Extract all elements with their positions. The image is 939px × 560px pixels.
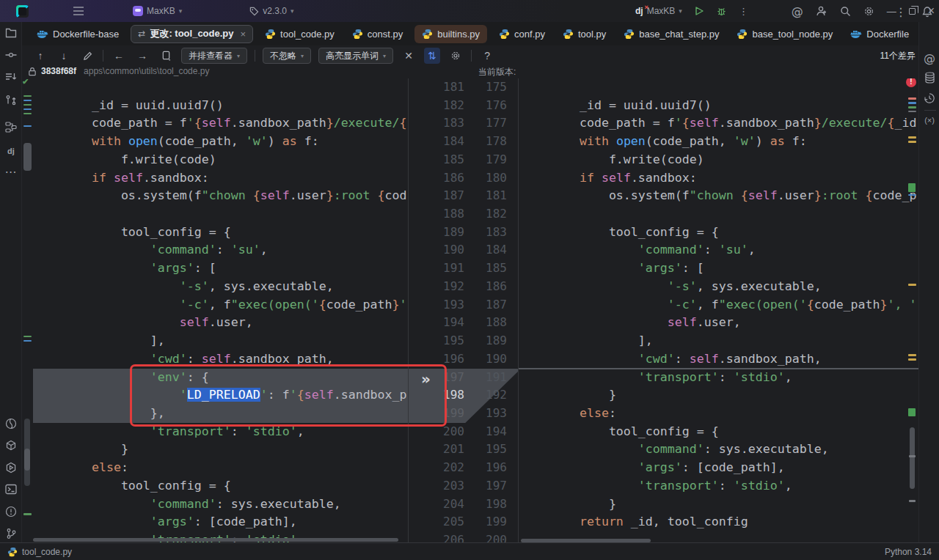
tab-list-icon[interactable]: ⋮ — [895, 0, 907, 23]
settings-gear-icon[interactable] — [863, 6, 874, 17]
code-line-201[interactable]: } — [22, 441, 408, 459]
tab-base_tool_node.py[interactable]: base_tool_node.py — [728, 22, 841, 45]
left-horizontal-scrollbar[interactable] — [33, 538, 398, 542]
main-menu-icon[interactable] — [73, 6, 84, 16]
tab-const.py[interactable]: const.py — [343, 22, 412, 45]
viewer-mode-dropdown[interactable]: 并排查看器▾ — [181, 48, 247, 64]
code-line-181[interactable] — [22, 78, 408, 97]
back-arrow-icon[interactable]: ← — [111, 48, 127, 64]
tab-tool.py[interactable]: tool.py — [554, 22, 615, 45]
code-line-196[interactable]: 'args': [code_path], — [519, 459, 918, 477]
code-line-176[interactable]: _id = uuid.uuid7() — [519, 97, 918, 115]
code-line-195[interactable]: ], — [22, 332, 408, 350]
diff-settings-gear-icon[interactable] — [447, 48, 464, 64]
code-line-188[interactable]: self.user, — [519, 314, 918, 332]
tab-tool_code.py[interactable]: tool_code.py — [256, 22, 343, 45]
statusbar-file-widget[interactable]: tool_code.py — [7, 547, 72, 557]
commit-tool-icon[interactable] — [0, 50, 22, 60]
code-line-187[interactable]: os.system(f"chown {self.user}:root {cod — [22, 187, 408, 205]
code-line-185[interactable]: f.write(code) — [22, 151, 408, 169]
code-line-182[interactable] — [519, 205, 918, 224]
vcs-branch-icon[interactable] — [0, 528, 22, 539]
tab-Dockerfile[interactable]: Dockerfile — [841, 22, 918, 45]
code-line-191[interactable]: 'args': [ — [22, 259, 408, 278]
tab-Dockerfile-base[interactable]: Dockerfile-base — [28, 22, 128, 45]
code-line-195[interactable]: 'command': sys.executable, — [519, 441, 918, 459]
code-line-191[interactable]: 'transport': 'stdio', — [519, 369, 918, 387]
code-line-182[interactable]: _id = uuid.uuid7() — [22, 97, 408, 115]
tab-conf.py[interactable]: conf.py — [490, 22, 554, 45]
project-selector[interactable]: MaxKB ▾ — [133, 6, 182, 16]
whitespace-dropdown[interactable]: 不忽略▾ — [263, 48, 311, 64]
code-line-177[interactable]: code_path = f'{self.sandbox_path}/execut… — [519, 114, 918, 133]
code-line-189[interactable]: tool_config = { — [22, 224, 408, 242]
forward-arrow-icon[interactable]: → — [134, 48, 150, 64]
code-with-me-icon[interactable] — [816, 6, 827, 17]
code-line-199[interactable]: return _id, tool_config — [519, 513, 918, 531]
version-selector[interactable]: v2.3.0 ▾ — [249, 6, 293, 16]
code-line-203[interactable]: tool_config = { — [22, 477, 408, 495]
more-actions-icon[interactable]: ⋮ — [739, 6, 748, 17]
right-pane-scrollbar-thumb[interactable] — [910, 427, 915, 489]
code-line-189[interactable]: ], — [519, 332, 918, 350]
code-line-188[interactable] — [22, 205, 408, 224]
changes-tool-icon[interactable] — [0, 72, 22, 82]
project-folder-icon[interactable] — [0, 28, 22, 38]
history-tool-icon[interactable] — [919, 92, 939, 104]
copy-jump-icon[interactable] — [158, 48, 174, 64]
code-line-185[interactable]: 'args': [ — [519, 259, 918, 278]
commit-ref[interactable]: 3838f68f apps\common\utils\tool_code.py — [28, 66, 209, 76]
code-line-205[interactable]: 'args': [code_path], — [22, 513, 408, 531]
code-line-180[interactable]: if self.sandbox: — [519, 169, 918, 188]
code-line-183[interactable]: tool_config = { — [519, 224, 918, 242]
code-line-197[interactable]: 'transport': 'stdio', — [519, 477, 918, 495]
pull-requests-icon[interactable] — [0, 95, 22, 106]
code-line-184[interactable]: 'command': 'su', — [519, 241, 918, 259]
debug-button[interactable] — [716, 6, 727, 17]
help-icon[interactable]: ? — [479, 48, 495, 64]
python-packages-icon[interactable] — [0, 418, 22, 430]
inspections-ok-icon[interactable]: ✔✔ — [23, 78, 42, 86]
database-tool-icon[interactable] — [919, 72, 939, 84]
collapse-unchanged-icon[interactable]: ✕ — [401, 48, 417, 64]
code-line-193[interactable]: else: — [519, 405, 918, 423]
code-line-202[interactable]: else: — [22, 459, 408, 477]
close-tab-icon[interactable]: × — [241, 29, 246, 40]
code-line-184[interactable]: with open(code_path, 'w') as f: — [22, 133, 408, 151]
ai-assistant-icon[interactable]: @ — [792, 4, 803, 18]
django-structure-icon[interactable]: dj — [0, 147, 22, 155]
services-tool-icon[interactable] — [0, 462, 22, 474]
tab-base_chat_step.py[interactable]: base_chat_step.py — [615, 22, 728, 45]
search-icon[interactable] — [840, 6, 851, 17]
code-line-179[interactable]: f.write(code) — [519, 151, 918, 169]
code-line-186[interactable]: if self.sandbox: — [22, 169, 408, 188]
tab-builtins.py[interactable]: builtins.py — [414, 25, 487, 43]
scrollbar-thumb[interactable] — [24, 449, 30, 471]
tab--tool_code.py[interactable]: ⇄更改: tool_code.py× — [131, 25, 253, 43]
code-line-194[interactable]: tool_config = { — [519, 423, 918, 441]
code-line-186[interactable]: '-s', sys.executable, — [519, 278, 918, 296]
code-line-192[interactable]: '-s', sys.executable, — [22, 278, 408, 296]
notifications-bell-icon[interactable] — [921, 0, 933, 23]
variables-view-icon[interactable]: (×) — [919, 116, 939, 125]
code-line-192[interactable]: } — [519, 386, 918, 405]
problems-tool-icon[interactable] — [0, 506, 22, 517]
edit-pencil-icon[interactable] — [79, 48, 95, 64]
code-line-204[interactable]: 'command': sys.executable, — [22, 495, 408, 514]
code-line-183[interactable]: code_path = f'{self.sandbox_path}/execut… — [22, 114, 408, 133]
terminal-tool-icon[interactable] — [0, 484, 22, 495]
apply-change-icon[interactable]: » — [421, 370, 431, 388]
dependencies-icon[interactable] — [0, 440, 22, 452]
code-line-198[interactable]: } — [519, 495, 918, 514]
code-line-194[interactable]: self.user, — [22, 314, 408, 332]
run-config-selector[interactable]: dj× MaxKB ▾ — [635, 6, 682, 16]
prev-difference-icon[interactable]: ↑ — [32, 48, 48, 64]
code-line-193[interactable]: '-c', f"exec(open('{code_path}' — [22, 296, 408, 314]
sync-scroll-icon[interactable]: ⇅ — [424, 48, 440, 64]
code-line-190[interactable]: 'command': 'su', — [22, 241, 408, 259]
ai-chat-icon[interactable]: @ — [919, 51, 939, 65]
code-line-175[interactable] — [519, 78, 918, 97]
structure-tool-icon[interactable] — [0, 122, 22, 133]
code-line-187[interactable]: '-c', f"exec(open('{code_path}', ' — [519, 296, 918, 314]
run-button[interactable] — [694, 6, 704, 16]
